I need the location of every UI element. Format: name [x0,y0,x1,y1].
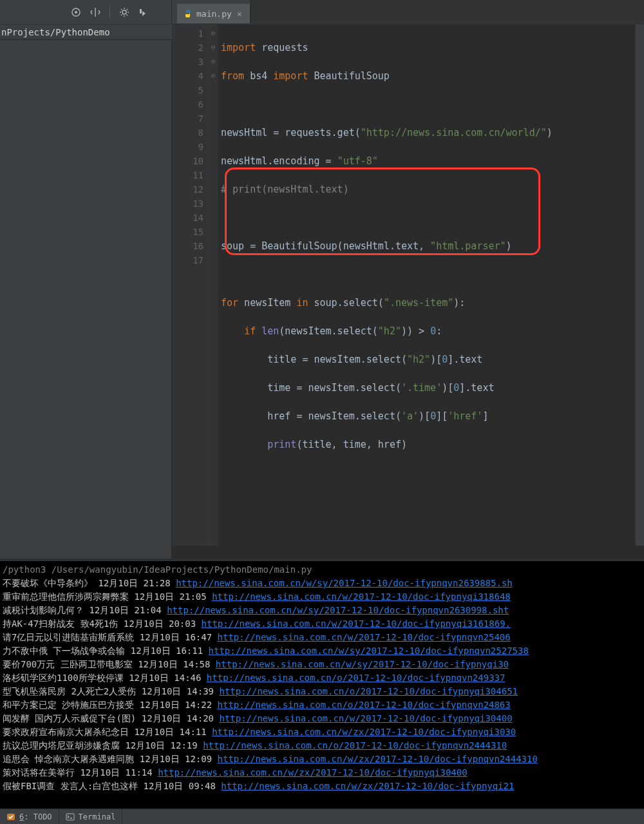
toolbar-divider [109,6,110,19]
tab-main-py[interactable]: main.py × [177,4,251,23]
console-command: /python3 /Users/wangyubin/IdeaProjects/P… [3,563,641,577]
project-toolbar [0,0,172,24]
console-output-row: 重审前总理他信所涉两宗舞弊案 12月10日 21:05 http://news.… [3,590,641,604]
split-icon[interactable] [90,7,100,17]
project-path[interactable]: nProjects/PythonDemo [0,24,172,40]
todo-toolwindow-tab[interactable]: 6: TODO [0,809,59,824]
console-output-row: 策对话将在美举行 12月10日 11:14 http://news.sina.c… [3,766,641,780]
gear-icon[interactable] [119,7,129,17]
console-output-row: 减税计划影响几何？ 12月10日 21:04 http://news.sina.… [3,604,641,617]
console-link[interactable]: http://news.sina.com.cn/w/2017-12-10/doc… [202,618,511,629]
console-link[interactable]: http://news.sina.com.cn/w/2017-12-10/doc… [218,632,511,642]
line-number: 12 [172,182,204,196]
console-output-row: 闻发酵 国内万人示威促下台(图) 12月10日 14:20 http://new… [3,712,641,725]
console-output-row: 追思会 悼念南京大屠杀遇难同胞 12月10日 12:09 http://news… [3,752,641,766]
line-number: 7 [172,111,204,126]
python-file-icon [184,9,193,18]
line-number: 5 [172,83,204,97]
editor-markup-strip [635,24,644,546]
console-link[interactable]: http://news.sina.com.cn/o/2017-12-10/doc… [203,740,507,751]
console-link[interactable]: http://news.sina.com.cn/w/2017-12-10/doc… [212,591,511,602]
line-gutter: 1 2 3 4 5 6 7 8 9 10 11 12 13 14 15 16 1… [172,24,208,546]
svg-point-2 [122,10,126,14]
tab-label: main.py [196,9,232,19]
fold-marker-icon[interactable]: ⊖ [208,69,218,83]
console-output-row: 型飞机坠落民房 2人死亡2人受伤 12月10日 14:39 http://new… [3,685,641,698]
line-number: 6 [172,97,204,111]
line-number: 17 [172,253,204,267]
todo-label: : TODO [24,812,52,821]
editor-tabs: main.py × [172,0,644,24]
sidebar-body [0,40,171,559]
editor-footer [172,546,644,559]
console-link[interactable]: http://news.sina.com.cn/w/zx/2017-12-10/… [221,781,514,791]
terminal-toolwindow-tab[interactable]: Terminal [59,809,123,824]
line-number: 8 [172,126,204,140]
line-number: 10 [172,154,204,168]
console-output-row: 要求政府宣布南京大屠杀纪念日 12月10日 14:11 http://news.… [3,725,641,739]
console-link[interactable]: http://news.sina.com.cn/w/sy/2017-12-10/… [209,646,529,656]
fold-marker-icon[interactable]: ⊖ [208,26,218,41]
close-icon[interactable]: × [236,9,243,19]
console-output-row: 和平方案已定 沙特施压巴方接受 12月10日 14:22 http://news… [3,698,641,712]
console-link[interactable]: http://news.sina.com.cn/w/sy/2017-12-10/… [216,659,509,669]
console-link[interactable]: http://news.sina.com.cn/w/sy/2017-12-10/… [176,578,513,588]
main-row: nProjects/PythonDemo 1 2 3 4 5 6 7 8 9 1… [0,24,644,559]
console-output-row: 请7亿日元以引进陆基宙斯盾系统 12月10日 16:47 http://news… [3,631,641,644]
console-output-row: 洛杉矶学区约1100所学校停课 12月10日 14:46 http://news… [3,671,641,685]
line-number: 9 [172,140,204,154]
status-bar: 6: TODO Terminal [0,809,644,824]
line-number: 4 [172,69,204,83]
terminal-label: Terminal [79,812,116,821]
console-link[interactable]: http://news.sina.com.cn/o/2017-12-10/doc… [207,673,506,683]
line-number: 2 [172,41,204,55]
run-console[interactable]: /python3 /Users/wangyubin/IdeaProjects/P… [0,561,644,809]
console-link[interactable]: http://news.sina.com.cn/w/zx/2017-12-10/… [218,754,538,764]
collapse-icon[interactable] [138,7,149,17]
console-link[interactable]: http://news.sina.com.cn/o/2017-12-10/doc… [219,686,518,696]
line-number: 14 [172,211,204,225]
fold-gutter: ⊖ ⊖ ⊖ ⊖ [208,24,218,546]
fold-marker-icon[interactable]: ⊖ [208,55,218,69]
line-number: 16 [172,239,204,253]
line-number: 1 [172,26,204,41]
top-bar: main.py × [0,0,644,24]
console-output-row: 不要破坏《中导条约》 12月10日 21:28 http://news.sina… [3,577,641,590]
line-number: 13 [172,196,204,211]
line-number: 15 [172,225,204,239]
console-output-row: 要价700万元 三卧两卫带电影室 12月10日 14:58 http://new… [3,658,641,671]
console-output-row: 持AK-47扫射战友 致4死1伤 12月10日 20:03 http://new… [3,617,641,631]
project-sidebar: nProjects/PythonDemo [0,24,172,559]
editor: 1 2 3 4 5 6 7 8 9 10 11 12 13 14 15 16 1… [172,24,644,559]
editor-viewport[interactable]: 1 2 3 4 5 6 7 8 9 10 11 12 13 14 15 16 1… [172,24,644,546]
terminal-icon [66,812,75,821]
console-link[interactable]: http://news.sina.com.cn/o/2017-12-10/doc… [218,700,511,710]
target-icon[interactable] [71,7,81,17]
svg-point-1 [75,11,77,14]
console-link[interactable]: http://news.sina.com.cn/w/2017-12-10/doc… [219,713,512,723]
console-output-row: 抗议总理内塔尼亚胡涉嫌贪腐 12月10日 12:19 http://news.s… [3,739,641,752]
console-link[interactable]: http://news.sina.com.cn/w/zx/2017-12-10/… [158,767,467,778]
line-number: 11 [172,168,204,182]
fold-marker-icon[interactable]: ⊖ [208,41,218,55]
console-link[interactable]: http://news.sina.com.cn/w/zx/2017-12-10/… [212,727,516,737]
line-number: 3 [172,55,204,69]
console-output-row: 力不敌中俄 下一场战争或会输 12月10日 16:11 http://news.… [3,644,641,658]
todo-icon [6,812,15,821]
tab-filler [251,0,644,24]
code-area[interactable]: import requests from bs4 import Beautifu… [218,24,635,546]
console-output-row: 假被FBI调查 发言人:白宫也这样 12月10日 09:48 http://ne… [3,780,641,793]
svg-rect-4 [66,814,74,820]
console-link[interactable]: http://news.sina.com.cn/w/sy/2017-12-10/… [167,605,509,615]
